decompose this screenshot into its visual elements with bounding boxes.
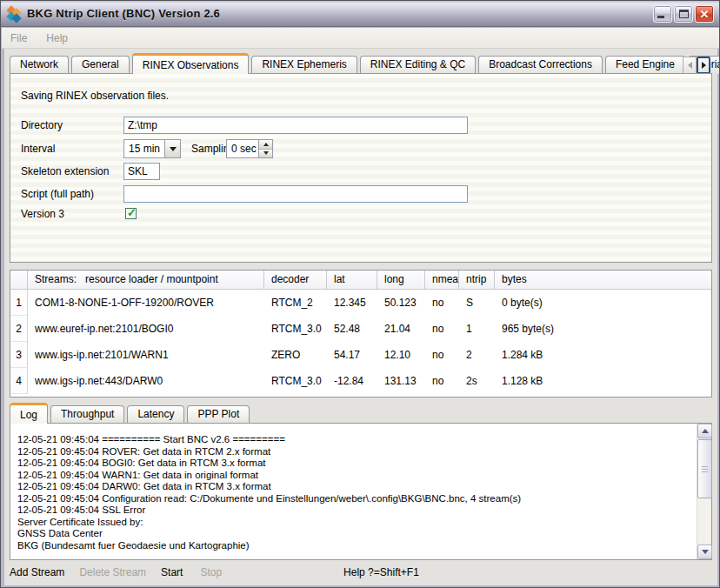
cell-decoder: RTCM_3.0	[264, 323, 327, 335]
tab-scroll-buttons	[683, 57, 710, 74]
cell-ntrip: 2s	[459, 375, 495, 387]
log-line: 12-05-21 09:45:04 ROVER: Get data in RTC…	[17, 446, 696, 458]
sampling-down-button[interactable]	[259, 149, 272, 158]
cell-long: 131.13	[377, 375, 425, 387]
version3-checkbox[interactable]: ✓	[125, 208, 137, 219]
log-scrollbar[interactable]	[697, 424, 711, 559]
directory-input[interactable]	[123, 117, 468, 134]
add-stream-button[interactable]: Add Stream	[10, 566, 64, 578]
cell-mountpoint: www.euref-ip.net:2101/BOGI0	[28, 323, 264, 335]
cell-long: 50.123	[377, 297, 425, 309]
tab-network[interactable]: Network	[10, 56, 69, 74]
scroll-up-button[interactable]	[697, 424, 712, 438]
log-line: 12-05-21 09:45:04 SSL Error	[17, 504, 696, 517]
cell-nmea: no	[425, 323, 459, 335]
tab-general[interactable]: General	[71, 56, 130, 74]
tab-rinex-observations[interactable]: RINEX Observations	[132, 53, 250, 74]
log-line: 12-05-21 09:45:04 WARN1: Get data in ori…	[17, 470, 696, 482]
client-area: Network General RINEX Observations RINEX…	[4, 49, 717, 585]
log-panel: 12-05-21 09:45:04 ========== Start BNC v…	[10, 423, 712, 560]
table-row[interactable]: 4 www.igs-ip.net:443/DARW0 RTCM_3.0 -12.…	[10, 368, 711, 394]
log-line: Server Certificate Issued by:	[17, 517, 696, 529]
footer-toolbar: Add Stream Delete Stream Start Stop Help…	[4, 565, 717, 580]
cell-bytes: 965 byte(s)	[495, 323, 711, 335]
sampling-up-button[interactable]	[259, 140, 272, 149]
start-button[interactable]: Start	[161, 566, 183, 578]
minimize-button[interactable]	[653, 5, 672, 23]
streams-table: Streams: resource loader / mountpoint de…	[10, 270, 712, 398]
stop-button[interactable]: Stop	[200, 566, 222, 578]
sampling-spin-buttons	[258, 140, 272, 157]
table-row[interactable]: 3 www.igs-ip.net:2101/WARN1 ZERO 54.17 1…	[10, 342, 711, 368]
tab-throughput[interactable]: Throughput	[50, 405, 124, 424]
cell-mountpoint: COM1-8-NONE-1-OFF-19200/ROVER	[28, 297, 264, 309]
main-tab-bar: Network General RINEX Observations RINEX…	[10, 53, 720, 74]
tab-feed-engine[interactable]: Feed Engine	[605, 56, 685, 74]
header-nmea: nmea	[425, 271, 459, 289]
table-row[interactable]: 2 www.euref-ip.net:2101/BOGI0 RTCM_3.0 5…	[10, 316, 711, 342]
table-row[interactable]: 1 COM1-8-NONE-1-OFF-19200/ROVER RTCM_2 1…	[10, 290, 711, 316]
cell-decoder: ZERO	[264, 349, 327, 361]
cell-nmea: no	[425, 349, 459, 361]
title-bar: BKG Ntrip Client (BNC) Version 2.6 ✕	[1, 1, 719, 27]
sampling-spinner[interactable]: 0 sec	[226, 139, 273, 158]
cell-long: 12.10	[377, 349, 425, 361]
maximize-icon	[679, 10, 689, 18]
arrow-up-icon	[263, 143, 269, 146]
log-line: 12-05-21 09:45:04 BOGI0: Get data in RTC…	[17, 458, 696, 470]
close-button[interactable]: ✕	[695, 5, 714, 23]
arrow-right-icon	[702, 62, 706, 69]
cell-lat: 52.48	[327, 323, 377, 335]
thumb-grip-icon	[702, 466, 708, 473]
header-mountpoint: Streams: resource loader / mountpoint	[28, 271, 264, 289]
cell-long: 21.04	[377, 323, 425, 335]
row-number: 4	[10, 368, 28, 394]
window-title: BKG Ntrip Client (BNC) Version 2.6	[27, 7, 653, 20]
cell-mountpoint: www.igs-ip.net:443/DARW0	[28, 375, 264, 387]
tab-scroll-left-button[interactable]	[683, 57, 697, 74]
maximize-button[interactable]	[674, 5, 693, 23]
tab-latency[interactable]: Latency	[127, 405, 184, 424]
app-window: BKG Ntrip Client (BNC) Version 2.6 ✕ Fil…	[0, 0, 720, 588]
close-icon: ✕	[696, 7, 713, 22]
tab-log[interactable]: Log	[10, 403, 48, 424]
tab-ppp-plot[interactable]: PPP Plot	[187, 405, 250, 424]
menu-file[interactable]: File	[10, 32, 27, 44]
interval-value: 15 min	[124, 143, 164, 155]
panel-description: Saving RINEX observation files.	[21, 90, 169, 102]
scrollbar-thumb[interactable]	[697, 439, 712, 498]
help-shortcut-button[interactable]: Help ?=Shift+F1	[343, 566, 419, 578]
header-long: long	[377, 271, 425, 289]
delete-stream-button[interactable]: Delete Stream	[79, 566, 146, 578]
window-controls: ✕	[653, 5, 714, 23]
header-lat: lat	[327, 271, 377, 289]
bottom-tab-bar: Log Throughput Latency PPP Plot	[10, 403, 252, 424]
tab-rinex-ephemeris[interactable]: RINEX Ephemeris	[251, 56, 357, 74]
script-path-label: Script (full path)	[21, 185, 94, 203]
script-path-input[interactable]	[123, 185, 468, 203]
log-line: GNSS Data Center	[17, 528, 696, 540]
scroll-down-button[interactable]	[697, 545, 712, 559]
interval-label: Interval	[21, 140, 55, 157]
tab-scroll-right-button[interactable]	[697, 57, 710, 74]
cell-bytes: 1.128 kB	[495, 375, 711, 387]
cell-nmea: no	[425, 297, 459, 309]
tab-broadcast-corrections[interactable]: Broadcast Corrections	[478, 56, 603, 74]
cell-nmea: no	[425, 375, 459, 387]
tab-rinex-editing-qc[interactable]: RINEX Editing & QC	[360, 56, 476, 74]
skeleton-extension-input[interactable]	[123, 163, 160, 180]
cell-bytes: 1.284 kB	[495, 349, 711, 361]
header-decoder: decoder	[264, 271, 327, 289]
cell-lat: 12.345	[327, 297, 377, 309]
row-number: 3	[10, 342, 28, 368]
app-icon	[7, 7, 22, 21]
interval-select[interactable]: 15 min	[123, 139, 181, 158]
cell-bytes: 0 byte(s)	[495, 297, 711, 309]
rinex-observations-panel: Saving RINEX observation files. Director…	[10, 73, 712, 263]
cell-lat: -12.84	[327, 375, 377, 387]
menu-help[interactable]: Help	[46, 32, 68, 44]
skeleton-extension-label: Skeleton extension	[21, 163, 109, 180]
interval-dropdown-button[interactable]	[164, 140, 180, 157]
cell-decoder: RTCM_3.0	[264, 375, 327, 387]
arrow-down-icon	[702, 550, 709, 554]
